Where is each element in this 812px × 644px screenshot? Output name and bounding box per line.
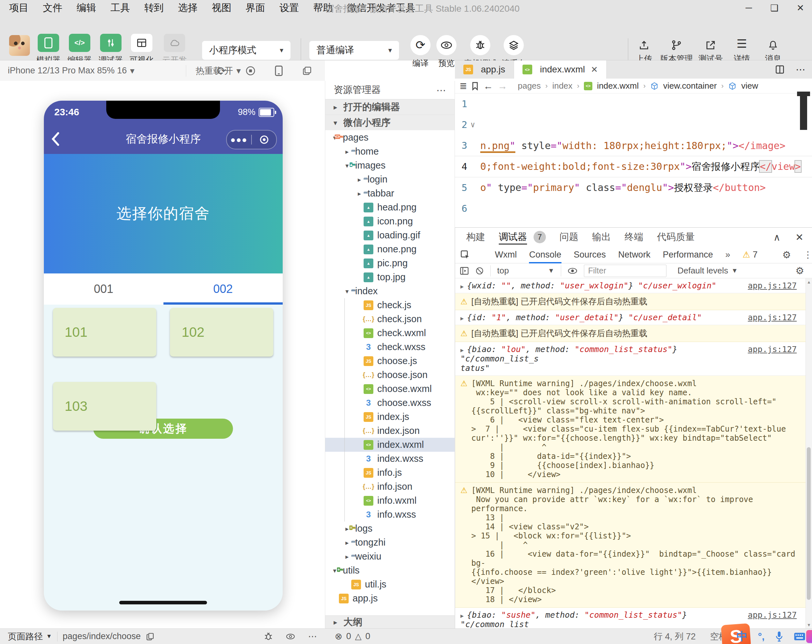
dorm-tab-002[interactable]: 002 <box>163 274 283 304</box>
panel-tab-输出[interactable]: 输出 <box>592 228 611 247</box>
maximize-button[interactable]: ❑ <box>770 3 778 13</box>
capsule-menu[interactable]: ●●● <box>226 130 277 149</box>
devtools-tab-Sources[interactable]: Sources <box>574 247 606 263</box>
editor-tab-index.wxml[interactable]: <>index.wxml✕ <box>514 60 607 79</box>
tree-item-loading.gif[interactable]: ▲loading.gif <box>325 228 455 242</box>
watch-icon[interactable] <box>286 633 295 641</box>
expand-icon[interactable]: ▶ <box>461 315 464 321</box>
devtools-tab-Performance[interactable]: Performance <box>663 247 713 263</box>
expand-icon[interactable]: ▶ <box>461 612 464 619</box>
compile-mode-select[interactable]: 普通编译▾ <box>309 41 399 60</box>
tree-item-images[interactable]: ▾▴images <box>325 158 455 172</box>
more-icon[interactable]: ⋯ <box>796 64 806 75</box>
cursor-position[interactable]: 行 4, 列 72 <box>654 631 696 642</box>
fold-icon[interactable]: ∨ <box>467 120 478 129</box>
vconsole-icon[interactable] <box>264 632 273 641</box>
menu-选择[interactable]: 选择 <box>178 1 198 15</box>
close-icon[interactable]: ✕ <box>795 231 804 243</box>
chevron-right-icon[interactable]: ▸ <box>343 148 351 155</box>
tree-item-top.jpg[interactable]: ▲top.jpg <box>325 270 455 284</box>
levels-select[interactable]: Default levels▼ <box>678 266 738 276</box>
panel-tab-问题[interactable]: 问题 <box>560 228 578 247</box>
more-icon[interactable]: ⋯ <box>308 631 317 642</box>
outline-list-icon[interactable]: ≣ <box>459 81 467 91</box>
mode-select[interactable]: 小程序模式▾ <box>202 41 290 60</box>
outline-section[interactable]: ▸大纲 <box>325 615 455 629</box>
panel-tab-调试器[interactable]: 调试器 <box>499 228 527 247</box>
clear-console-icon[interactable] <box>475 266 484 275</box>
devtools-tab-Console[interactable]: Console <box>529 247 561 263</box>
tree-item-index[interactable]: ▾index <box>325 284 455 298</box>
source-link[interactable]: app.js:127 <box>748 610 797 620</box>
problems-summary[interactable]: ⊗0 △0 <box>335 629 371 644</box>
restart-icon[interactable]: ⟳ <box>217 64 226 77</box>
more-icon[interactable]: ⋯ <box>437 84 446 96</box>
forward-arrow-icon[interactable]: → <box>498 81 507 91</box>
menu-转到[interactable]: 转到 <box>144 1 164 15</box>
tree-item-logs[interactable]: ▸≡logs <box>325 522 455 536</box>
room-card-101[interactable]: 101 <box>53 308 156 356</box>
section-miniprogram[interactable]: ▾微信小程序 <box>325 115 455 130</box>
panel-tab-代码质量[interactable]: 代码质量 <box>657 228 695 247</box>
source-link[interactable]: app.js:127 <box>748 281 797 290</box>
section-open-editors[interactable]: ▸打开的编辑器 <box>325 99 455 115</box>
copy-icon[interactable] <box>146 632 154 641</box>
code-area[interactable]: 12∨3n.png" style="width: 180rpx;height:1… <box>455 93 812 227</box>
tree-item-tabbar[interactable]: ▸tabbar <box>325 186 455 200</box>
close-tab-icon[interactable]: ✕ <box>591 65 598 75</box>
device-frame-icon[interactable] <box>275 65 283 76</box>
messages-button[interactable]: 消息 <box>752 35 794 64</box>
context-select[interactable]: top▼ <box>497 266 554 276</box>
editor-scrollbar[interactable] <box>797 91 810 131</box>
expand-icon[interactable]: ▶ <box>461 283 464 290</box>
tree-item-app.js[interactable]: JSapp.js <box>325 591 455 605</box>
source-link[interactable]: app.js:127 <box>748 344 797 354</box>
minimize-button[interactable]: ─ <box>746 3 752 13</box>
multi-window-icon[interactable] <box>302 66 312 76</box>
back-icon[interactable] <box>51 132 60 146</box>
room-card-102[interactable]: 102 <box>170 308 273 356</box>
mic-icon[interactable] <box>775 631 783 642</box>
dorm-tab-001[interactable]: 001 <box>44 274 163 304</box>
live-expression-icon[interactable] <box>568 267 577 275</box>
kebab-icon[interactable]: ⋮ <box>804 250 812 260</box>
back-arrow-icon[interactable]: ← <box>483 81 493 91</box>
menu-编辑[interactable]: 编辑 <box>77 1 96 15</box>
collapse-icon[interactable]: ∧ <box>773 231 780 243</box>
tree-item-utils[interactable]: ▾+utils <box>325 563 455 577</box>
tree-item-weixiu[interactable]: ▸weixiu <box>325 550 455 563</box>
tree-item-icon.png[interactable]: ▲icon.png <box>325 214 455 228</box>
menu-设置[interactable]: 设置 <box>279 1 299 15</box>
tree-item-pic.png[interactable]: ▲pic.png <box>325 256 455 270</box>
inspect-icon[interactable] <box>461 250 470 260</box>
menu-项目[interactable]: 项目 <box>9 1 29 15</box>
device-select[interactable]: iPhone 12/13 Pro Max 85% 16▾ <box>8 60 134 81</box>
gear-icon[interactable]: ⚙ <box>782 249 791 260</box>
bookmark-icon[interactable] <box>472 82 479 91</box>
menu-界面[interactable]: 界面 <box>246 1 265 15</box>
chevron-right-icon[interactable]: ▸ <box>355 176 363 184</box>
ime-punct[interactable]: °, <box>758 631 765 642</box>
tree-item-head.png[interactable]: ▲head.png <box>325 200 455 214</box>
expand-icon[interactable]: ▶ <box>461 347 464 353</box>
avatar[interactable] <box>9 35 30 56</box>
editor-tab-app.js[interactable]: JSapp.js <box>455 60 514 79</box>
menu-视图[interactable]: 视图 <box>212 1 231 15</box>
tree-item-util.js[interactable]: JSutil.js <box>325 577 455 591</box>
record-icon[interactable] <box>252 135 276 145</box>
devtools-tab-Network[interactable]: Network <box>618 247 650 263</box>
page-path-select[interactable]: 页面路径▼ <box>8 631 52 642</box>
split-editor-icon[interactable] <box>775 65 785 75</box>
tree-item-none.png[interactable]: ▲none.png <box>325 242 455 256</box>
chevron-right-icon[interactable]: ▸ <box>355 190 363 198</box>
warning-count[interactable]: ⚠ 7 <box>742 250 757 260</box>
tree-item-tongzhi[interactable]: ▸tongzhi <box>325 536 455 550</box>
chevron-right-icon[interactable]: ▸ <box>343 553 351 560</box>
tree-item-home[interactable]: ▸home <box>325 145 455 158</box>
chevron-down-icon[interactable]: ▾ <box>343 288 351 295</box>
more-tabs-icon[interactable]: » <box>725 250 730 260</box>
chevron-right-icon[interactable]: ▸ <box>343 539 351 547</box>
keyboard-icon[interactable] <box>794 632 806 641</box>
menu-文件[interactable]: 文件 <box>43 1 63 15</box>
source-link[interactable]: app.js:127 <box>748 313 797 322</box>
